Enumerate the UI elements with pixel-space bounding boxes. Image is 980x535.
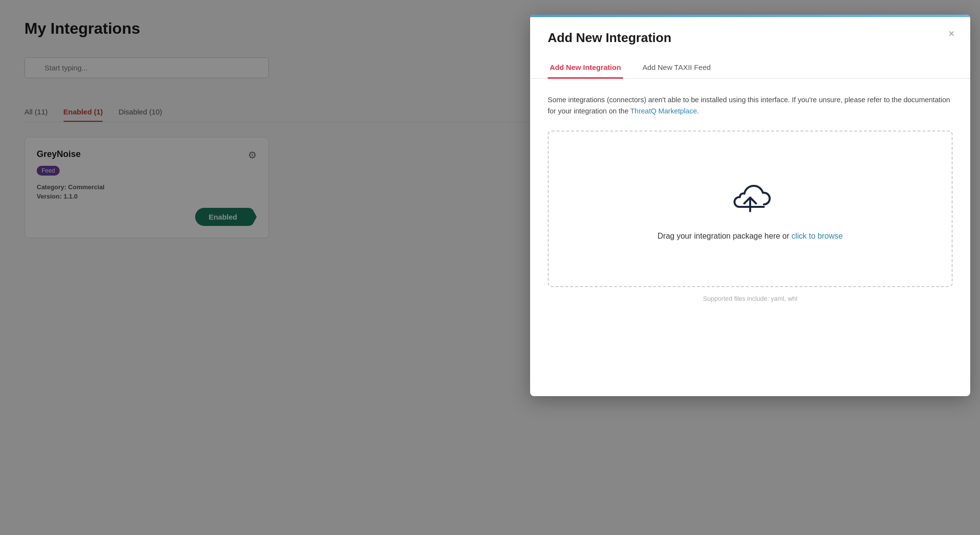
modal-add-integration: Add New Integration × Add New Integratio… (530, 15, 970, 396)
modal-close-button[interactable]: × (948, 28, 955, 39)
tab-add-taxii-feed[interactable]: Add New TAXII Feed (641, 57, 713, 79)
cloud-upload-icon (726, 177, 775, 218)
modal-title: Add New Integration (548, 30, 953, 45)
modal-header: Add New Integration × (530, 15, 970, 45)
drop-zone[interactable]: Drag your integration package here or cl… (548, 131, 953, 287)
tab-add-integration[interactable]: Add New Integration (548, 57, 623, 79)
supported-files-text: Supported files include: yaml, whl (548, 295, 953, 302)
modal-tabs: Add New Integration Add New TAXII Feed (530, 57, 970, 79)
info-text-after-link: . (697, 107, 699, 115)
drop-text-before-link: Drag your integration package here or (658, 232, 792, 240)
info-text: Some integrations (connectors) aren't ab… (548, 94, 953, 117)
drop-text: Drag your integration package here or cl… (658, 232, 843, 241)
click-to-browse-link[interactable]: click to browse (792, 232, 843, 240)
threatq-marketplace-link[interactable]: ThreatQ Marketplace (630, 107, 697, 115)
info-text-before-link: Some integrations (connectors) aren't ab… (548, 96, 950, 115)
modal-body: Some integrations (connectors) aren't ab… (530, 79, 970, 318)
